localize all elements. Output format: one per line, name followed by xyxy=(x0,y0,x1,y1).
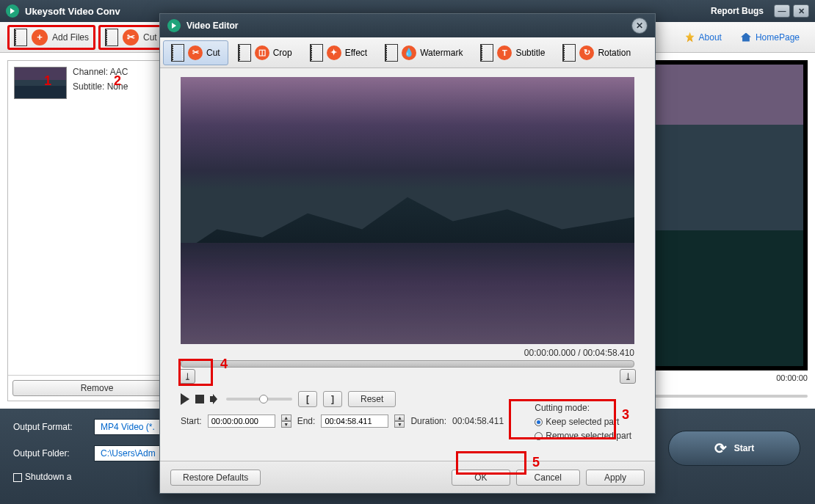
tab-rotation-label: Rotation xyxy=(598,48,631,58)
rotation-icon: ↻ xyxy=(579,45,594,60)
about-button[interactable]: About xyxy=(678,29,730,46)
cut-button[interactable]: ✂ Cut xyxy=(98,25,164,50)
editor-close-button[interactable]: ✕ xyxy=(631,18,648,34)
apply-button[interactable]: Apply xyxy=(586,470,645,486)
watermark-icon: 💧 xyxy=(402,45,416,60)
tab-subtitle-label: Subtitle xyxy=(515,48,545,58)
subtitle-icon: T xyxy=(497,45,512,60)
effect-icon: ✦ xyxy=(327,45,341,60)
stop-button[interactable] xyxy=(195,395,204,403)
output-folder-label: Output Folder: xyxy=(13,448,87,459)
cut-track: ⤓ ⤓ xyxy=(181,360,634,387)
editor-titlebar: Video Editor ✕ xyxy=(160,14,655,37)
output-format-label: Output Format: xyxy=(13,422,87,432)
volume-icon[interactable] xyxy=(210,394,220,404)
tab-watermark-label: Watermark xyxy=(420,48,463,58)
subtitle-label: Subtitle: xyxy=(73,81,104,92)
subtitle-value: None xyxy=(107,81,128,92)
editor-title: Video Editor xyxy=(186,21,238,31)
minimize-button[interactable]: — xyxy=(774,4,790,18)
tab-subtitle[interactable]: TSubtitle xyxy=(472,40,553,65)
tab-crop-label: Crop xyxy=(273,48,292,58)
editor-footer: Restore Defaults OK Cancel Apply xyxy=(160,461,655,493)
filmstrip-icon xyxy=(385,44,398,62)
cutting-mode-group: Cutting mode: Keep selected part Remove … xyxy=(535,403,631,445)
video-editor-window: Video Editor ✕ ✂Cut ◫Crop ✦Effect 💧Water… xyxy=(159,13,656,494)
start-down-spinner[interactable]: ▼ xyxy=(281,421,291,428)
refresh-icon: ⟳ xyxy=(714,439,727,457)
shutdown-checkbox[interactable] xyxy=(13,473,22,482)
filmstrip-icon xyxy=(480,44,493,62)
plus-icon: + xyxy=(32,29,48,45)
close-button[interactable]: ✕ xyxy=(793,4,809,18)
tab-crop[interactable]: ◫Crop xyxy=(230,40,300,65)
start-label: Start xyxy=(734,443,754,453)
filmstrip-icon xyxy=(238,44,251,62)
restore-defaults-button[interactable]: Restore Defaults xyxy=(170,470,261,486)
home-icon xyxy=(741,33,751,42)
remove-button[interactable]: Remove xyxy=(12,380,181,396)
scissors-icon: ✂ xyxy=(123,29,139,45)
homepage-label: HomePage xyxy=(756,32,800,43)
filmstrip-icon xyxy=(562,44,576,62)
medal-icon xyxy=(686,32,695,43)
start-time-input[interactable] xyxy=(208,414,275,428)
start-button[interactable]: ⟳ Start xyxy=(668,431,800,466)
bracket-out-button[interactable]: ] xyxy=(323,391,342,407)
remove-radio[interactable] xyxy=(535,432,543,440)
add-files-button[interactable]: + Add Files xyxy=(7,25,95,50)
editor-tabs: ✂Cut ◫Crop ✦Effect 💧Watermark TSubtitle … xyxy=(160,37,655,68)
end-down-spinner[interactable]: ▼ xyxy=(394,421,405,428)
cut-end-handle[interactable]: ⤓ xyxy=(620,369,636,384)
about-label: About xyxy=(699,32,722,43)
tab-watermark[interactable]: 💧Watermark xyxy=(377,40,471,65)
homepage-button[interactable]: HomePage xyxy=(733,29,808,46)
timeline-track[interactable] xyxy=(181,360,634,368)
duration-label: Duration: xyxy=(410,416,446,426)
end-time-input[interactable] xyxy=(321,414,388,428)
bracket-in-button[interactable]: [ xyxy=(298,391,317,407)
cut-label: Cut xyxy=(143,32,157,43)
editor-preview xyxy=(181,77,634,344)
reset-button[interactable]: Reset xyxy=(348,391,396,407)
app-logo-icon xyxy=(167,19,181,32)
playback-time-display: 00:00:00.000 / 00:04:58.410 xyxy=(524,348,634,358)
keep-radio[interactable] xyxy=(535,418,543,426)
editor-volume-slider[interactable] xyxy=(226,398,292,401)
video-thumbnail xyxy=(14,67,67,99)
filmstrip-icon xyxy=(105,29,118,46)
cutting-mode-label: Cutting mode: xyxy=(535,403,631,413)
end-up-spinner[interactable]: ▲ xyxy=(394,414,405,421)
tab-rotation[interactable]: ↻Rotation xyxy=(554,40,639,65)
filmstrip-icon xyxy=(171,44,184,62)
remove-label: Remove selected part xyxy=(546,431,631,441)
tab-cut[interactable]: ✂Cut xyxy=(163,40,228,65)
channel-label: Channel: xyxy=(73,67,108,77)
cancel-button[interactable]: Cancel xyxy=(516,470,580,486)
tab-effect[interactable]: ✦Effect xyxy=(302,40,375,65)
shutdown-label: Shutdown a xyxy=(25,472,71,482)
filmstrip-icon xyxy=(14,29,27,46)
tab-effect-label: Effect xyxy=(345,48,367,58)
filmstrip-icon xyxy=(310,44,323,62)
app-logo-icon xyxy=(6,4,19,18)
cut-start-handle[interactable]: ⤓ xyxy=(179,369,195,384)
channel-value: AAC xyxy=(110,67,128,77)
keep-label: Keep selected part xyxy=(546,417,619,427)
scissors-icon: ✂ xyxy=(188,45,203,60)
tab-cut-label: Cut xyxy=(206,48,220,58)
end-time-label: End: xyxy=(297,416,316,426)
ok-button[interactable]: OK xyxy=(452,470,510,486)
duration-value: 00:04:58.411 xyxy=(452,416,504,426)
start-time-label: Start: xyxy=(181,416,202,426)
play-button[interactable] xyxy=(181,393,189,405)
add-files-label: Add Files xyxy=(52,32,89,43)
report-bugs-link[interactable]: Report Bugs xyxy=(711,6,764,16)
crop-icon: ◫ xyxy=(255,45,269,60)
start-up-spinner[interactable]: ▲ xyxy=(281,414,291,421)
